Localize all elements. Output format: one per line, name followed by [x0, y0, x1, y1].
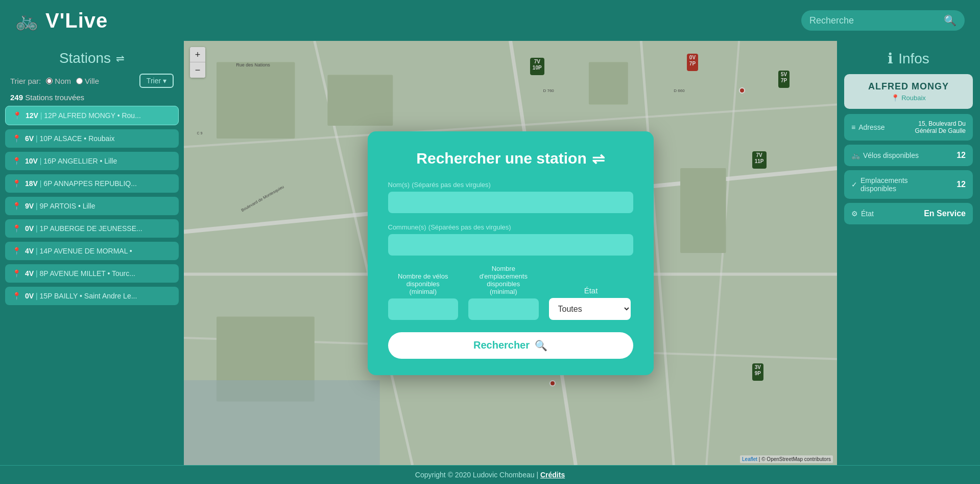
footer-text: Copyright © 2020 Ludovic Chombeau |	[415, 471, 538, 479]
stations-number: 249	[10, 93, 23, 102]
main-content: Stations ⇌ Trier par: Nom Ville Trier ▾ …	[0, 41, 980, 465]
modal-state-label: État	[549, 286, 633, 295]
modal-bikes-col: Nombre de vélosdisponibles(minimal)	[388, 272, 459, 320]
pin-icon: 📍	[12, 224, 21, 233]
sort-ville-radio[interactable]	[76, 78, 83, 84]
modal-filters-row: Nombre de vélosdisponibles(minimal) Nomb…	[388, 265, 633, 320]
modal-places-label: Nombred'emplacementsdisponibles(minimal)	[468, 265, 539, 295]
station-item[interactable]: 📍 4V | 14P AVENUE DE MORMAL •	[5, 242, 179, 260]
header: 🚲 V'Live 🔍	[0, 0, 980, 41]
info-station-name: ALFRED MONGY	[852, 81, 965, 92]
map-area: Rue des Nations D 760 D 660 Boulevard de…	[184, 41, 837, 465]
search-bar: 🔍	[801, 10, 965, 31]
station-item[interactable]: 📍 10V | 16P ANGELLIER • Lille	[5, 152, 179, 170]
sidebar-title-text: Stations	[59, 50, 111, 66]
modal-bikes-label: Nombre de vélosdisponibles(minimal)	[388, 272, 459, 295]
stations-count: 249 Stations trouvées	[0, 91, 184, 106]
info-title-text: Infos	[898, 51, 929, 67]
modal-search-label: Rechercher	[473, 339, 530, 351]
credits-link[interactable]: Crédits	[540, 471, 565, 479]
station-item[interactable]: 📍 9V | 9P ARTOIS • Lille	[5, 197, 179, 215]
footer: Copyright © 2020 Ludovic Chombeau | Créd…	[0, 465, 980, 484]
info-state-value: En Service	[924, 209, 966, 218]
modal-state-select[interactable]: Toutes En Service Hors Service	[549, 298, 631, 320]
info-bikes-row: 🚲 Vélos disponibles 12	[844, 145, 973, 166]
info-state-row: ⚙ État En Service	[844, 203, 973, 224]
info-title: ℹ Infos	[837, 46, 980, 74]
pin-icon: 📍	[12, 134, 21, 143]
info-places-row: ✓ Emplacementsdisponibles 12	[844, 170, 973, 199]
pin-icon: 📍	[12, 157, 21, 165]
pin-icon: 📍	[12, 247, 21, 255]
info-station-city: 📍 Roubaix	[852, 94, 965, 102]
modal-name-input[interactable]	[388, 192, 633, 213]
station-bikes: 12V	[26, 111, 38, 120]
info-places-label: ✓ Emplacementsdisponibles	[851, 176, 908, 193]
pin-icon: 📍	[12, 269, 21, 278]
station-item[interactable]: 📍 6V | 10P ALSACE • Roubaix	[5, 129, 179, 148]
search-input[interactable]	[809, 15, 939, 26]
modal-title-text: Rechercher une station	[416, 150, 586, 167]
modal-name-label: Nom(s) (Séparés pas des virgules)	[388, 180, 633, 189]
info-state-label: ⚙ État	[851, 210, 874, 218]
station-list: 📍 12V | 12P ALFRED MONGY • Rou... 📍 6V |…	[0, 106, 184, 460]
search-modal: Rechercher une station ⇌ Nom(s) (Séparés…	[368, 131, 654, 375]
city-pin-icon: 📍	[891, 94, 899, 102]
station-places: 12P	[44, 111, 57, 120]
sort-bar: Trier par: Nom Ville Trier ▾	[0, 71, 184, 91]
info-bikes-label: 🚲 Vélos disponibles	[851, 151, 919, 159]
info-bikes-value: 12	[957, 151, 966, 160]
pin-icon: 📍	[13, 111, 21, 120]
stations-count-suffix: Stations trouvées	[25, 93, 84, 102]
sort-button[interactable]: Trier ▾	[139, 74, 174, 88]
modal-title: Rechercher une station ⇌	[388, 150, 633, 168]
search-button[interactable]: 🔍	[944, 14, 957, 27]
station-item[interactable]: 📍 4V | 8P AVENUE MILLET • Tourc...	[5, 264, 179, 283]
app-title: V'Live	[45, 9, 108, 32]
sort-nom-radio[interactable]	[46, 78, 53, 84]
map-background[interactable]: Rue des Nations D 760 D 660 Boulevard de…	[184, 41, 837, 465]
pin-icon: 📍	[12, 292, 21, 300]
sidebar-right: ℹ Infos ALFRED MONGY 📍 Roubaix ≡ Adresse…	[837, 41, 980, 465]
logo-area: 🚲 V'Live	[15, 9, 108, 32]
sidebar-left: Stations ⇌ Trier par: Nom Ville Trier ▾ …	[0, 41, 184, 465]
bikes-icon: 🚲	[851, 151, 860, 159]
filter-icon[interactable]: ⇌	[116, 52, 125, 64]
modal-places-col: Nombred'emplacementsdisponibles(minimal)	[468, 265, 539, 320]
station-item[interactable]: 📍 12V | 12P ALFRED MONGY • Rou...	[5, 106, 179, 125]
station-item[interactable]: 📍 18V | 6P ANNAPPES REPUBLIQ...	[5, 174, 179, 193]
info-address-label: ≡ Adresse	[851, 123, 885, 131]
sort-label: Trier par:	[10, 77, 41, 85]
sort-ville-label[interactable]: Ville	[76, 77, 99, 85]
info-address-value: 15, Boulevard DuGénéral De Gaulle	[915, 120, 966, 134]
bike-icon: 🚲	[15, 10, 38, 31]
pin-icon: 📍	[12, 202, 21, 210]
modal-search-button[interactable]: Rechercher 🔍	[388, 332, 633, 359]
modal-overlay: Rechercher une station ⇌ Nom(s) (Séparés…	[184, 41, 837, 465]
modal-state-col: État Toutes En Service Hors Service	[549, 286, 633, 320]
state-icon: ⚙	[851, 210, 858, 218]
sidebar-title: Stations ⇌	[0, 46, 184, 71]
sort-nom-label[interactable]: Nom	[46, 77, 71, 85]
station-item[interactable]: 📍 0V | 15P BAILLY • Saint Andre Le...	[5, 287, 179, 305]
places-icon: ✓	[851, 180, 857, 189]
address-icon: ≡	[851, 123, 855, 131]
modal-places-input[interactable]	[468, 298, 539, 320]
pin-icon: 📍	[12, 179, 21, 188]
modal-filter-icon: ⇌	[592, 150, 605, 168]
modal-commune-input[interactable]	[388, 234, 633, 256]
modal-bikes-input[interactable]	[388, 298, 459, 320]
info-icon: ℹ	[888, 50, 893, 67]
modal-search-icon: 🔍	[535, 339, 547, 352]
info-address-row: ≡ Adresse 15, Boulevard DuGénéral De Gau…	[844, 114, 973, 141]
station-item[interactable]: 📍 0V | 1P AUBERGE DE JEUNESSE...	[5, 219, 179, 238]
modal-commune-label: Commune(s) (Séparées pas des virgules)	[388, 222, 633, 231]
info-station-name-card: ALFRED MONGY 📍 Roubaix	[844, 74, 973, 109]
info-places-value: 12	[957, 180, 966, 189]
